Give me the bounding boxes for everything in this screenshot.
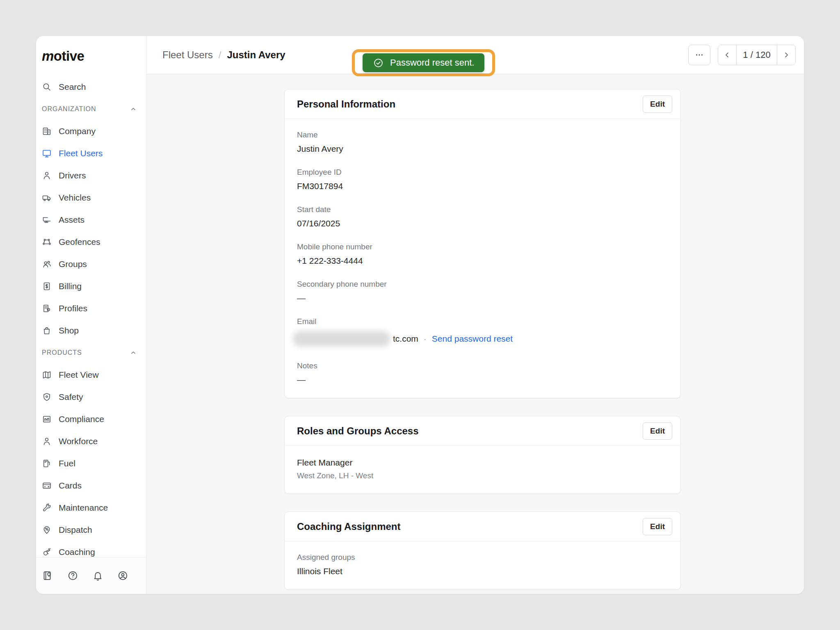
sidebar-item-dispatch[interactable]: Dispatch [36, 519, 146, 541]
field-value: Illinois Fleet [297, 566, 668, 576]
field-email: Email tc.com · Send password reset [297, 317, 668, 347]
sidebar-item-label: Drivers [59, 171, 86, 180]
fleet-users-icon [42, 148, 52, 158]
field-label: Assigned groups [297, 553, 668, 562]
field-value: FM3017894 [297, 181, 668, 191]
field-start-date: Start date07/16/2025 [297, 205, 668, 228]
coaching-assignment-card: Coaching Assignment Edit Assigned groups… [284, 511, 681, 590]
billing-icon [42, 281, 52, 291]
sidebar-footer [36, 557, 146, 594]
chevron-right-icon [782, 50, 791, 59]
sidebar-nav: SearchORGANIZATIONCompanyFleet UsersDriv… [36, 76, 146, 594]
sidebar-item-label: Fuel [59, 459, 75, 468]
groups-icon [42, 259, 52, 269]
guide-button[interactable] [39, 568, 56, 584]
sidebar-item-billing[interactable]: Billing [36, 275, 146, 297]
sidebar-item-safety[interactable]: Safety [36, 386, 146, 408]
cards-icon [42, 481, 52, 491]
section-title: PRODUCTS [42, 349, 82, 356]
field-label: Name [297, 130, 668, 139]
sidebar-item-label: Coaching [59, 547, 95, 557]
logo-text: motive [42, 48, 84, 64]
annotation-highlight-ring: Password reset sent. [352, 49, 495, 76]
section-title: ORGANIZATION [42, 105, 96, 113]
coaching-icon [42, 547, 52, 557]
sidebar-item-label: Safety [59, 392, 83, 402]
sidebar-item-maintenance[interactable]: Maintenance [36, 497, 146, 519]
field-value: Justin Avery [297, 144, 668, 154]
roles-groups-body: Fleet Manager West Zone, LH - West [285, 446, 680, 493]
card-title: Personal Information [297, 98, 395, 110]
coaching-assignment-body: Assigned groups Illinois Fleet [285, 541, 680, 589]
sidebar-item-fuel[interactable]: Fuel [36, 452, 146, 475]
compliance-icon [42, 414, 52, 424]
record-count: 1 / 120 [736, 45, 777, 65]
chevron-up-icon [129, 349, 137, 357]
motive-logo[interactable]: motive [36, 36, 146, 76]
roles-groups-card: Roles and Groups Access Edit Fleet Manag… [284, 416, 681, 494]
notifications-icon [92, 570, 103, 581]
sidebar: motive SearchORGANIZATIONCompanyFleet Us… [36, 36, 147, 594]
sidebar-item-groups[interactable]: Groups [36, 253, 146, 275]
sidebar-item-label: Search [59, 82, 86, 92]
more-actions-button[interactable] [688, 45, 710, 65]
sidebar-item-company[interactable]: Company [36, 120, 146, 142]
sidebar-item-vehicles[interactable]: Vehicles [36, 187, 146, 209]
edit-coaching-assignment-button[interactable]: Edit [643, 518, 672, 535]
field-value: — [297, 293, 668, 303]
check-circle-icon [373, 57, 384, 68]
help-button[interactable] [64, 568, 81, 584]
sidebar-item-compliance[interactable]: Compliance [36, 408, 146, 430]
sidebar-item-search[interactable]: Search [36, 76, 146, 98]
personal-information-header: Personal Information Edit [285, 89, 680, 119]
toast-message: Password reset sent. [390, 57, 474, 68]
field-label: Secondary phone number [297, 280, 668, 289]
field-mobile-phone-number: Mobile phone number+1 222-333-4444 [297, 242, 668, 266]
sidebar-item-drivers[interactable]: Drivers [36, 164, 146, 187]
email-redacted-blur [293, 331, 390, 347]
coaching-assignment-header: Coaching Assignment Edit [285, 512, 680, 541]
field-label: Email [297, 317, 668, 326]
dispatch-icon [42, 525, 52, 535]
personal-information-body: NameJustin AveryEmployee IDFM3017894Star… [285, 119, 680, 398]
sidebar-item-label: Assets [59, 215, 84, 225]
sidebar-section-organization[interactable]: ORGANIZATION [36, 98, 146, 120]
account-button[interactable] [114, 568, 131, 584]
company-icon [42, 126, 52, 136]
shop-icon [42, 326, 52, 336]
sidebar-item-fleet-users[interactable]: Fleet Users [36, 142, 146, 164]
breadcrumb: Fleet Users / Justin Avery [162, 49, 285, 61]
sidebar-item-geofences[interactable]: Geofences [36, 231, 146, 253]
sidebar-item-fleet-view[interactable]: Fleet View [36, 364, 146, 386]
roles-groups-header: Roles and Groups Access Edit [285, 416, 680, 446]
next-record-button[interactable] [777, 45, 795, 65]
ellipsis-icon [694, 50, 704, 60]
field-value: 07/16/2025 [297, 218, 668, 228]
record-pager: 1 / 120 [718, 45, 796, 65]
sidebar-item-shop[interactable]: Shop [36, 320, 146, 342]
field-value: — [297, 374, 668, 385]
sidebar-item-workforce[interactable]: Workforce [36, 430, 146, 452]
sidebar-item-cards[interactable]: Cards [36, 475, 146, 497]
sidebar-item-label: Shop [59, 326, 79, 336]
vehicles-icon [42, 193, 52, 203]
sidebar-item-label: Maintenance [59, 503, 108, 513]
breadcrumb-separator: / [219, 49, 221, 61]
geofences-icon [42, 237, 52, 247]
sidebar-item-assets[interactable]: Assets [36, 209, 146, 231]
edit-roles-groups-button[interactable]: Edit [643, 422, 672, 440]
send-password-reset-link[interactable]: Send password reset [432, 333, 513, 344]
field-notes: Notes — [297, 361, 668, 385]
notifications-button[interactable] [89, 568, 106, 584]
sidebar-item-label: Dispatch [59, 525, 92, 535]
chevron-left-icon [723, 50, 732, 59]
previous-record-button[interactable] [718, 45, 736, 65]
sidebar-item-label: Profiles [59, 304, 87, 313]
breadcrumb-fleet-users[interactable]: Fleet Users [162, 49, 213, 61]
main-area: Fleet Users / Justin Avery 1 / 120 [147, 36, 804, 594]
sidebar-item-profiles[interactable]: Profiles [36, 297, 146, 320]
edit-personal-information-button[interactable]: Edit [643, 96, 672, 113]
chevron-up-icon [129, 105, 137, 113]
field-label: Mobile phone number [297, 242, 668, 251]
sidebar-section-products[interactable]: PRODUCTS [36, 342, 146, 364]
